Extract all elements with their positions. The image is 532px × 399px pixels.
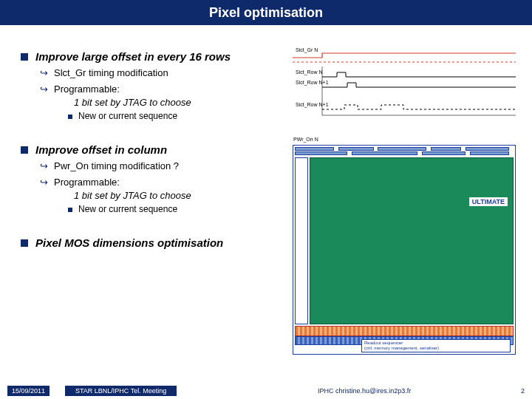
footer-date: 15/09/2011 [7, 386, 50, 396]
content-area: Improve large offset in every 16 rows ↪ … [21, 44, 279, 249]
bullet-level3: New or current sequence [68, 111, 279, 121]
readout-stripe [295, 326, 514, 336]
chip-top-blocks [295, 147, 514, 156]
bullet-level2: ↪ Slct_Gr timing modification [40, 67, 279, 79]
bullet-text: Pixel MOS dimensions optimisation [35, 236, 223, 249]
bullet-level2: ↪ Pwr_On timing modification ? [40, 160, 279, 172]
bullet-level2: ↪ Programmable: [40, 177, 279, 188]
arrow-bullet-icon: ↪ [40, 83, 48, 95]
bullet-text: Pwr_On timing modification ? [54, 160, 179, 171]
page-number: 2 [521, 387, 525, 395]
bullet-level1: Improve large offset in every 16 rows [21, 50, 279, 63]
square-bullet-icon [21, 239, 28, 247]
chip-diagram: PWr_On N Row Sequencer ULTIMATE Readout … [293, 145, 516, 355]
square-bullet-icon [68, 208, 72, 212]
footer-meeting: STAR LBNL/IPHC Tel. Meeting [65, 386, 177, 396]
bullet-text: Programmable: [54, 177, 120, 188]
bullet-level1: Pixel MOS dimensions optimisation [21, 236, 279, 249]
bullet-level3: New or current sequence [68, 204, 279, 214]
timing-waveforms [293, 47, 516, 127]
bullet-level1: Improve offset in column [21, 143, 279, 156]
bullet-text: New or current sequence [78, 111, 177, 121]
bullet-italic-line: 1 bit set by JTAG to choose [74, 190, 279, 201]
bullet-level2: ↪ Programmable: [40, 83, 279, 95]
square-bullet-icon [68, 115, 72, 119]
readout-block: Readout sequencer (ctrl, memory manageme… [295, 326, 514, 352]
slide: Pixel optimisation Improve large offset … [0, 0, 532, 399]
arrow-bullet-icon: ↪ [40, 160, 48, 172]
title-bar: Pixel optimisation [0, 0, 532, 25]
row-sequencer-block: Row Sequencer [295, 157, 308, 324]
square-bullet-icon [21, 53, 28, 61]
readout-textbox: Readout sequencer (ctrl, memory manageme… [361, 339, 511, 352]
bullet-text: New or current sequence [78, 204, 177, 214]
bullet-text: Improve offset in column [35, 143, 167, 156]
footer: 15/09/2011 STAR LBNL/IPHC Tel. Meeting I… [0, 384, 532, 399]
arrow-bullet-icon: ↪ [40, 177, 48, 188]
ultimate-label: ULTIMATE [469, 197, 508, 206]
pwr-label: PWr_On N [293, 137, 318, 142]
timing-diagram: Sict_Gr N Sict_Row N Sict_Row N+1 Sict_R… [293, 47, 516, 127]
bullet-text: Programmable: [54, 83, 120, 95]
bullet-text: Slct_Gr timing modification [54, 67, 168, 78]
arrow-bullet-icon: ↪ [40, 67, 48, 79]
slide-title: Pixel optimisation [209, 5, 323, 21]
bullet-text: Improve large offset in every 16 rows [35, 50, 231, 63]
readout-line1: Readout sequencer [364, 341, 508, 346]
pixel-array-block [310, 157, 514, 324]
bullet-italic-line: 1 bit set by JTAG to choose [74, 97, 279, 108]
footer-contact: IPHC christine.hu@ires.in2p3.fr [318, 387, 411, 395]
readout-line2: (ctrl, memory management, serialiser) [364, 346, 508, 351]
square-bullet-icon [21, 146, 28, 154]
